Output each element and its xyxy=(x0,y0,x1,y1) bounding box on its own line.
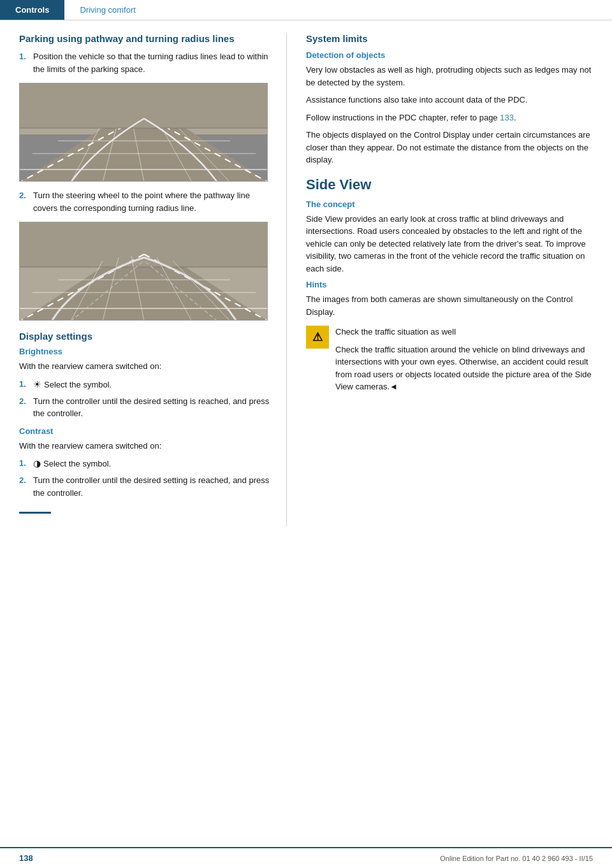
list-item: 1. Position the vehicle so that the turn… xyxy=(19,50,273,75)
warning-line1: Check the traffic situation as well xyxy=(335,326,593,338)
step-number: 1. xyxy=(19,378,31,391)
step-text: Turn the controller until the desired se… xyxy=(33,395,273,420)
brightness-steps: 1. ☀Select the symbol. 2. Turn the contr… xyxy=(19,378,273,420)
main-content: Parking using pathway and turning radius… xyxy=(0,20,612,526)
brightness-intro: With the rearview camera switched on: xyxy=(19,360,273,373)
display-settings-title: Display settings xyxy=(19,331,273,342)
step-text: ◑Select the symbol. xyxy=(33,457,273,470)
detection-p1: Very low obstacles as well as high, prot… xyxy=(306,64,593,89)
step-text: Turn the steering wheel to the point whe… xyxy=(33,189,273,214)
detection-p3: Follow instructions in the PDC chapter, … xyxy=(306,112,593,124)
step-number: 1. xyxy=(19,457,31,470)
left-column: Parking using pathway and turning radius… xyxy=(0,33,287,526)
warning-box: ⚠ Check the traffic situation as well Ch… xyxy=(306,326,593,398)
list-item: 2. Turn the steering wheel to the point … xyxy=(19,189,273,214)
side-view-title: Side View xyxy=(306,177,593,193)
list-item: 1. ◑Select the symbol. xyxy=(19,457,273,470)
step-text: ☀Select the symbol. xyxy=(33,378,273,391)
contrast-step1-label: Select the symbol. xyxy=(43,459,111,468)
contrast-subtitle: Contrast xyxy=(19,426,273,436)
detection-p3-after: . xyxy=(514,113,516,122)
brightness-subtitle: Brightness xyxy=(19,347,273,356)
step-number: 2. xyxy=(19,189,31,214)
footer-text: Online Edition for Part no. 01 40 2 960 … xyxy=(440,855,593,862)
detection-p3-before: Follow instructions in the PDC chapter, … xyxy=(306,113,500,122)
detection-page-link[interactable]: 133 xyxy=(500,113,514,122)
page-footer: 138 Online Edition for Part no. 01 40 2 … xyxy=(0,847,612,868)
sun-icon: ☀ xyxy=(33,379,41,389)
brightness-step1-label: Select the symbol. xyxy=(44,380,112,389)
parking-steps: 1. Position the vehicle so that the turn… xyxy=(19,50,273,75)
step-number: 2. xyxy=(19,474,31,499)
svg-marker-17 xyxy=(20,222,268,267)
tab-driving-comfort[interactable]: Driving comfort xyxy=(64,0,150,20)
concept-text: Side View provides an early look at cros… xyxy=(306,213,593,275)
contrast-intro: With the rearview camera switched on: xyxy=(19,440,273,452)
svg-marker-13 xyxy=(20,83,268,128)
concept-subtitle: The concept xyxy=(306,199,593,209)
right-column: System limits Detection of objects Very … xyxy=(287,33,612,526)
parking-title: Parking using pathway and turning radius… xyxy=(19,33,273,44)
parking-diagram-2 xyxy=(19,222,268,321)
step-text: Turn the controller until the desired se… xyxy=(33,474,273,499)
page-header: Controls Driving comfort xyxy=(0,0,612,20)
step-text: Position the vehicle so that the turning… xyxy=(33,50,273,75)
system-limits-title: System limits xyxy=(306,33,593,44)
list-item: 2. Turn the controller until the desired… xyxy=(19,395,273,420)
list-item: 2. Turn the controller until the desired… xyxy=(19,474,273,499)
list-item: 1. ☀Select the symbol. xyxy=(19,378,273,391)
road-svg-2 xyxy=(20,222,268,321)
tab-controls[interactable]: Controls xyxy=(0,0,64,20)
parking-diagram-1 xyxy=(19,83,268,182)
detection-p2: Assistance functions also take into acco… xyxy=(306,94,593,106)
warning-content: Check the traffic situation as well Chec… xyxy=(335,326,593,398)
detection-p4: The objects displayed on the Control Dis… xyxy=(306,129,593,166)
contrast-icon: ◑ xyxy=(33,458,41,468)
detection-subtitle: Detection of objects xyxy=(306,50,593,60)
warning-icon: ⚠ xyxy=(306,326,329,349)
page-number: 138 xyxy=(19,853,33,863)
parking-steps-2: 2. Turn the steering wheel to the point … xyxy=(19,189,273,214)
contrast-steps: 1. ◑Select the symbol. 2. Turn the contr… xyxy=(19,457,273,499)
warning-body: Check the traffic situation around the v… xyxy=(335,344,593,393)
road-svg-1 xyxy=(20,83,268,182)
left-col-bottom-line xyxy=(19,512,51,514)
step-number: 1. xyxy=(19,50,31,75)
hints-p1: The images from both cameras are shown s… xyxy=(306,293,593,318)
hints-subtitle: Hints xyxy=(306,280,593,289)
step-number: 2. xyxy=(19,395,31,420)
warning-triangle: ⚠ xyxy=(312,330,323,344)
